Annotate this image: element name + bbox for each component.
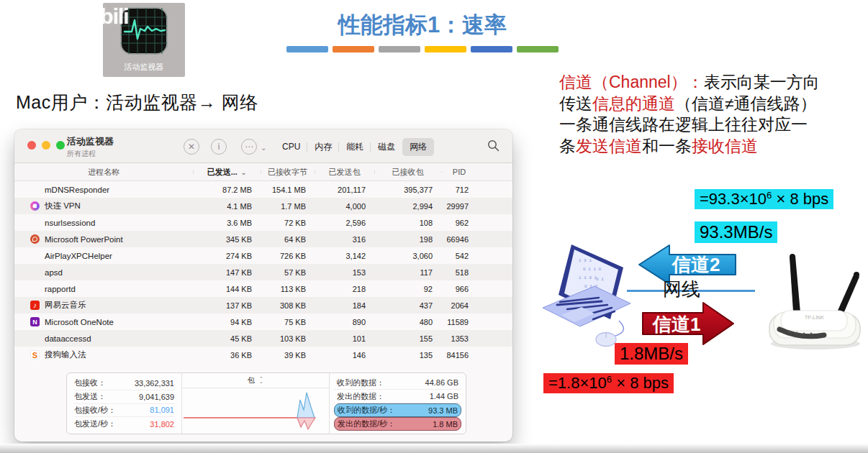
process-row[interactable]: AirPlayXPCHelper274 KB726 KB3,1423,06054… [14,247,512,264]
title-underline-bar [425,46,466,52]
stat-value: 1.8 MB [433,420,458,429]
stat-label: 发出的数据： [337,391,384,402]
stat-label: 发出的数据/秒： [338,418,395,429]
cell-recv_pkts: 2,994 [374,202,441,211]
search-icon[interactable] [487,139,499,152]
traffic-lights [27,141,65,150]
send-formula: =1.8×106 × 8 bps [543,373,674,393]
cell-sent: 274 KB [193,252,261,260]
process-name: apsd [45,268,63,277]
stat-label: 包接收/秒： [74,405,116,416]
laptop-illustration: 1 0 10 1 1 0 1 1 0 10 1 0 1 0 1 10 1 [538,239,633,352]
process-name-cell: ♪网易云音乐 [14,300,193,311]
stat-label: 包接收： [74,378,106,388]
stat-value: 1.44 GB [430,392,458,401]
cell-pid: 542 [441,252,477,260]
svg-text:1 1 0 1: 1 1 0 1 [579,275,597,280]
window-title-block: 活动监视器 所有进程 [67,135,114,159]
tab-cpu[interactable]: CPU [275,139,307,155]
blank-icon [30,334,40,343]
cell-pid: 1353 [441,334,477,343]
process-name: 网易云音乐 [45,300,86,311]
slide-title: 性能指标1：速率 [282,10,563,40]
cell-pid: 29997 [441,202,477,211]
process-row[interactable]: 快连 VPN4.1 MB1.7 MB4,0002,99429997 [14,198,512,214]
column-header-name[interactable]: 进程名称 [14,167,193,178]
zoom-button[interactable] [56,141,65,150]
column-header-recv-bytes[interactable]: 已接收字节 [261,167,315,178]
column-header-label: 已接收包 [392,168,424,176]
cell-sent_pkts: 316 [315,235,374,244]
process-name: 搜狗输入法 [45,349,86,360]
definition-text: 传送 [559,94,592,113]
data-stats: 收到的数据：44.86 GB发出的数据：1.44 GB收到的数据/秒：93.3 … [330,373,466,434]
process-row[interactable]: NMicrosoft OneNote94 KB75 KB89048011589 [14,314,512,330]
column-header-sent-packets[interactable]: 已发送包 [315,167,374,178]
column-header-pid[interactable]: PID [441,168,477,176]
process-name-cell: Microsoft PowerPoint [14,234,193,244]
process-row[interactable]: S搜狗输入法36 KB39 KB14613584156 [14,347,512,363]
packet-stat-row: 包接收/秒：81,091 [74,404,174,418]
chevron-down-icon[interactable]: ⌄ [261,144,266,152]
tab-energy[interactable]: 能耗 [339,138,371,156]
column-header-label: 已发送包 [329,168,361,176]
process-name-cell: AirPlayXPCHelper [14,251,193,260]
cell-recv: 75 KB [261,318,315,326]
data-stat-row-highlighted: 收到的数据/秒：93.3 MB [334,403,461,417]
title-underline-bar [333,46,374,52]
process-row[interactable]: ♪网易云音乐137 KB308 KB1844372064 [14,297,512,314]
cell-pid: 2064 [441,301,477,310]
cell-sent: 3.6 MB [193,219,261,227]
cell-sent_pkts: 2,596 [315,219,374,227]
definition-line: 条发送信道和一条接收信道 [559,136,868,157]
packets-graph [182,388,328,433]
cell-recv_pkts: 3,060 [374,252,441,260]
column-header-sent-bytes[interactable]: 已发送...⌄ [193,167,261,178]
onenote-icon: N [30,317,40,326]
definition-text: 和一条 [642,137,692,155]
info-circle-icon[interactable]: i [211,139,227,155]
column-header-label: 已发送... [207,168,238,176]
process-row[interactable]: apsd147 KB57 KB153117518 [14,264,512,280]
cell-sent_pkts: 218 [315,285,374,293]
cable-label: 网线 [663,277,700,302]
netease-music-icon: ♪ [30,301,40,310]
cell-sent: 147 KB [193,268,261,277]
tab-disk[interactable]: 磁盘 [371,138,402,156]
process-name-cell: rapportd [14,284,193,293]
process-name-cell: nsurlsessiond [14,218,193,227]
x-circle-icon[interactable]: ✕ [184,139,199,155]
cell-sent_pkts: 890 [315,318,374,326]
app-icon-label: 活动监视器 [103,62,185,73]
cell-sent: 4.1 MB [193,202,261,211]
data-stat-row-highlighted: 发出的数据/秒：1.8 MB [334,417,461,431]
cell-pid: 962 [441,219,477,227]
process-name: AirPlayXPCHelper [45,252,112,260]
tab-memory[interactable]: 内存 [307,138,339,156]
title-underline-bar [379,46,420,52]
process-row[interactable]: mDNSResponder87.2 MB154.1 MB201,117395,3… [14,181,512,198]
packets-chart-box: 包 ⌃⌄ [182,373,330,434]
process-row[interactable]: dataaccessd45 KB103 KB1011551353 [14,330,512,347]
chart-metric-select[interactable]: 包 ⌃⌄ [182,373,329,388]
cell-recv_pkts: 117 [374,268,441,277]
video-letterbox-strip [0,444,868,453]
svg-text:1 0 1: 1 0 1 [579,258,592,263]
cell-recv_pkts: 135 [374,351,441,360]
close-button[interactable] [27,141,36,150]
title-underline-bar [517,46,559,52]
column-header-recv-packets[interactable]: 已接收包 [374,167,441,178]
process-row[interactable]: nsurlsessiond3.6 MB72 KB2,596108962 [14,214,512,231]
minimize-button[interactable] [42,141,50,150]
definition-line: 一条通信线路在逻辑上往往对应一 [559,114,868,136]
process-row[interactable]: rapportd144 KB113 KB21892966 [14,280,512,297]
bilibili-logo: bilibili [72,4,129,29]
tab-network[interactable]: 网络 [402,138,434,156]
column-header-label: PID [453,168,466,176]
process-name-cell: apsd [14,267,193,277]
ellipsis-circle-icon[interactable]: ⋯ [241,139,257,155]
cell-recv_pkts: 437 [374,301,441,310]
cell-recv_pkts: 395,377 [374,186,441,194]
process-row[interactable]: Microsoft PowerPoint345 KB64 KB316198669… [14,231,512,247]
cell-sent_pkts: 201,117 [315,186,374,194]
